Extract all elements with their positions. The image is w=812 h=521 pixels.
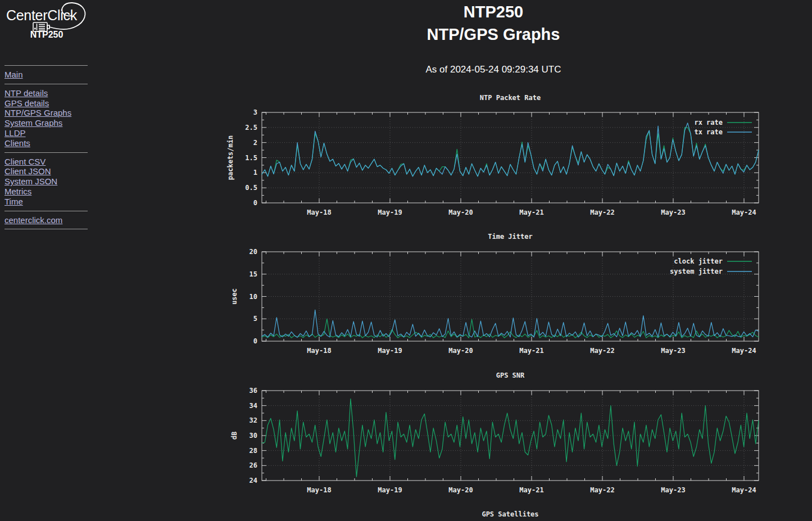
y-tick-label: 36 xyxy=(250,387,257,395)
ntp-gps-graphs-page: { "page": {"bg": "#202022", "fg": "#e9e9… xyxy=(0,0,812,521)
x-tick-label: May-22 xyxy=(590,347,614,355)
sidebar-divider xyxy=(4,229,88,229)
x-tick-label: May-20 xyxy=(448,209,473,216)
y-tick-label: 0 xyxy=(253,199,257,207)
y-tick-label: 20 xyxy=(250,248,257,256)
gps-satellites-chart: GPS Satellites xyxy=(225,509,764,521)
x-tick-label: May-23 xyxy=(661,347,685,355)
chart-title: Time Jitter xyxy=(488,233,532,241)
legend-label-rx-rate: rx rate xyxy=(694,119,723,126)
y-tick-label: 28 xyxy=(250,447,257,455)
x-tick-label: May-18 xyxy=(307,209,331,216)
y-tick-label: 10 xyxy=(250,293,257,301)
series-snr xyxy=(262,399,759,477)
x-tick-label: May-19 xyxy=(378,209,402,216)
x-tick-label: May-23 xyxy=(661,486,685,494)
centerclick-logo: CenterClick xyxy=(1,1,92,33)
sidebar-divider xyxy=(4,211,88,211)
y-tick-label: 1.5 xyxy=(245,154,257,162)
sidebar-link-metrics[interactable]: Metrics xyxy=(4,187,88,197)
sidebar-link-ntp-details[interactable]: NTP details xyxy=(4,88,88,98)
x-tick-label: May-21 xyxy=(519,209,543,216)
page-title: NTP250 xyxy=(175,3,812,21)
x-tick-label: May-21 xyxy=(519,486,543,494)
y-tick-label: 0.5 xyxy=(245,184,257,192)
y-axis-label: dB xyxy=(230,432,238,440)
x-tick-label: May-20 xyxy=(448,347,473,355)
sidebar-link-centerclick-com[interactable]: centerclick.com xyxy=(4,215,88,225)
y-tick-label: 15 xyxy=(250,270,257,278)
legend-label-clock-jitter: clock jitter xyxy=(674,257,723,265)
ntp-packet-rate-chart: NTP Packet Rate00.511.522.53May-18May-19… xyxy=(225,90,764,225)
x-tick-label: May-24 xyxy=(732,209,756,216)
chart-title: GPS SNR xyxy=(496,372,525,379)
page-header: NTP250 NTP/GPS Graphs As of 2024-05-24 0… xyxy=(175,0,812,75)
y-tick-label: 30 xyxy=(250,432,257,440)
x-tick-label: May-24 xyxy=(732,486,756,494)
x-tick-label: May-19 xyxy=(378,347,402,355)
sidebar-link-gps-details[interactable]: GPS details xyxy=(4,98,88,108)
y-axis-label: packets/min xyxy=(226,135,234,180)
x-tick-label: May-19 xyxy=(378,486,402,494)
y-tick-label: 3 xyxy=(253,108,257,116)
x-tick-label: May-22 xyxy=(590,486,614,494)
device-model-label: NTP250 xyxy=(0,30,93,40)
page-subtitle: NTP/GPS Graphs xyxy=(175,25,812,44)
y-tick-label: 2.5 xyxy=(245,124,257,132)
sidebar-link-client-csv[interactable]: Client CSV xyxy=(4,157,88,167)
time-jitter-chart: Time Jitter05101520May-18May-19May-20May… xyxy=(225,228,764,365)
y-axis-label: usec xyxy=(230,288,238,305)
chart-title: GPS Satellites xyxy=(482,510,538,518)
sidebar-link-system-json[interactable]: System JSON xyxy=(4,176,88,187)
sidebar-divider xyxy=(4,152,88,153)
y-tick-label: 32 xyxy=(250,416,257,424)
x-tick-label: May-22 xyxy=(590,209,614,216)
sidebar-link-system-graphs[interactable]: System Graphs xyxy=(4,118,88,128)
sidebar-link-ntp-gps-graphs[interactable]: NTP/GPS Graphs xyxy=(4,108,88,118)
sidebar-divider xyxy=(4,84,88,84)
x-tick-label: May-18 xyxy=(307,347,331,355)
x-tick-label: May-24 xyxy=(732,347,756,355)
sidebar-link-time[interactable]: Time xyxy=(4,197,88,207)
x-tick-label: May-20 xyxy=(448,486,473,494)
x-tick-label: May-23 xyxy=(661,209,685,216)
sidebar-link-clients[interactable]: Clients xyxy=(4,138,88,148)
y-tick-label: 1 xyxy=(253,169,257,176)
sidebar-nav: MainNTP detailsGPS detailsNTP/GPS Graphs… xyxy=(4,61,88,233)
y-tick-label: 26 xyxy=(250,461,257,469)
gps-snr-chart: GPS SNR24262830323436May-18May-19May-20M… xyxy=(225,368,764,500)
y-tick-label: 0 xyxy=(253,337,257,345)
sidebar-link-main[interactable]: Main xyxy=(4,70,88,80)
sidebar-link-client-json[interactable]: Client JSON xyxy=(4,166,88,176)
chart-title: NTP Packet Rate xyxy=(480,94,541,102)
y-tick-label: 2 xyxy=(253,139,257,147)
sidebar-divider xyxy=(4,65,88,66)
y-tick-label: 34 xyxy=(250,402,257,410)
sidebar-link-lldp[interactable]: LLDP xyxy=(4,128,88,138)
y-tick-label: 5 xyxy=(253,315,257,323)
legend-label-system-jitter: system jitter xyxy=(670,268,723,275)
legend-label-tx-rate: tx rate xyxy=(694,128,723,136)
x-tick-label: May-21 xyxy=(519,347,543,355)
y-tick-label: 24 xyxy=(250,477,257,484)
sidebar: CenterClick NTP250 MainNTP detailsGPS de… xyxy=(0,0,96,521)
as-of-timestamp: As of 2024-05-24 09:29:34 UTC xyxy=(175,64,812,75)
x-tick-label: May-18 xyxy=(307,486,331,494)
series-system-jitter xyxy=(262,310,759,337)
